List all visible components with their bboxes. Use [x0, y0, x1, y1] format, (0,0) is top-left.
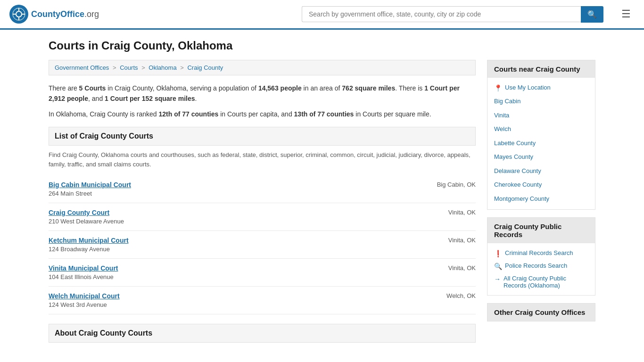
logo-org: .org: [84, 9, 99, 19]
court-row-3: Vinita Municipal Court 104 East Illinois…: [49, 264, 476, 280]
site-header: CountyOffice.org 🔍 ☰: [0, 0, 644, 30]
breadcrumb-oklahoma[interactable]: Oklahoma: [149, 64, 176, 71]
rank1: 12th of 77 counties: [158, 110, 218, 118]
sidebar-link-mayes[interactable]: Mayes County: [487, 150, 595, 164]
rank2: 13th of 77 counties: [294, 110, 354, 118]
use-my-location-link[interactable]: Use My Location: [505, 84, 551, 91]
court-address-3: 104 East Illinois Avenue: [49, 273, 114, 280]
location-icon: 📍: [494, 84, 502, 92]
courts-near-links: 📍 Use My Location Big Cabin Vinita Welch…: [487, 78, 595, 209]
intro-paragraph-1: There are 5 Courts in Craig County, Okla…: [49, 83, 476, 104]
court-info-1: Craig County Court 210 West Delaware Ave…: [49, 209, 124, 225]
criminal-icon: ❗: [494, 250, 502, 257]
intro-paragraph-2: In Oklahoma, Craig County is ranked 12th…: [49, 109, 476, 119]
court-row-2: Ketchum Municipal Court 124 Broadway Ave…: [49, 237, 476, 253]
police-records-item: 🔍 Police Records Search: [487, 260, 595, 272]
all-public-records-item: → All Craig County Public Records (Oklah…: [487, 272, 595, 291]
court-address-0: 264 Main Street: [49, 190, 92, 197]
court-name-2[interactable]: Ketchum Municipal Court: [49, 237, 129, 244]
sidebar-link-cherokee[interactable]: Cherokee County: [487, 178, 595, 192]
criminal-records-item: ❗ Criminal Records Search: [487, 247, 595, 260]
court-row-0: Big Cabin Municipal Court 264 Main Stree…: [49, 181, 476, 197]
logo-icon: [9, 5, 28, 24]
sidebar-link-big-cabin[interactable]: Big Cabin: [487, 94, 595, 108]
main-content: Government Offices > Courts > Oklahoma >…: [49, 60, 476, 343]
court-location-4: Welch, OK: [446, 292, 476, 299]
list-section-header: List of Craig County Courts: [49, 127, 476, 146]
about-section-header: About Craig County Courts: [49, 324, 476, 343]
court-location-0: Big Cabin, OK: [437, 181, 476, 188]
court-name-4[interactable]: Welch Municipal Court: [49, 292, 120, 300]
court-entry-0: Big Cabin Municipal Court 264 Main Stree…: [49, 175, 476, 203]
court-name-1[interactable]: Craig County Court: [49, 209, 124, 216]
court-entry-2: Ketchum Municipal Court 124 Broadway Ave…: [49, 231, 476, 259]
breadcrumb-sep-3: >: [180, 64, 185, 71]
breadcrumb-sep-1: >: [113, 64, 118, 71]
court-entry-3: Vinita Municipal Court 104 East Illinois…: [49, 259, 476, 287]
breadcrumb: Government Offices > Courts > Oklahoma >…: [49, 60, 476, 75]
court-name-0[interactable]: Big Cabin Municipal Court: [49, 181, 131, 189]
menu-button[interactable]: ☰: [618, 6, 635, 22]
other-offices-box: Other Craig County Offices: [487, 303, 595, 321]
all-public-records-link[interactable]: All Craig County Public Records (Oklahom…: [504, 275, 588, 289]
population: 14,563 people: [258, 84, 302, 92]
court-address-4: 124 West 3rd Avenue: [49, 301, 107, 308]
courts-count: 5 Courts: [79, 84, 106, 92]
court-row-4: Welch Municipal Court 124 West 3rd Avenu…: [49, 292, 476, 308]
breadcrumb-craig-county[interactable]: Craig County: [187, 64, 223, 71]
police-icon: 🔍: [494, 263, 502, 270]
main-layout: Government Offices > Courts > Oklahoma >…: [49, 60, 595, 343]
police-records-link[interactable]: Police Records Search: [505, 262, 567, 269]
sidebar-link-montgomery[interactable]: Montgomery County: [487, 192, 595, 206]
court-info-4: Welch Municipal Court 124 West 3rd Avenu…: [49, 292, 120, 308]
logo-county: County: [31, 9, 60, 19]
breadcrumb-sep-2: >: [141, 64, 147, 71]
sidebar-link-welch[interactable]: Welch: [487, 122, 595, 136]
logo-text: CountyOffice.org: [31, 9, 99, 19]
main-container: Courts in Craig County, Oklahoma Governm…: [39, 30, 605, 352]
court-info-2: Ketchum Municipal Court 124 Broadway Ave…: [49, 237, 129, 253]
breadcrumb-government-offices[interactable]: Government Offices: [55, 64, 109, 71]
court-per-sqmi: 1 Court per 152 square miles: [105, 95, 195, 102]
courts-near-header: Courts near Craig County: [487, 60, 595, 78]
public-records-box: Craig County Public Records ❗ Criminal R…: [487, 217, 595, 296]
public-records-header: Craig County Public Records: [487, 218, 595, 243]
court-address-2: 124 Broadway Avenue: [49, 246, 110, 253]
search-icon: 🔍: [587, 10, 597, 18]
other-offices-header: Other Craig County Offices: [487, 304, 595, 321]
court-info-0: Big Cabin Municipal Court 264 Main Stree…: [49, 181, 131, 197]
court-row-1: Craig County Court 210 West Delaware Ave…: [49, 209, 476, 225]
area: 762 square miles: [342, 84, 395, 92]
court-address-1: 210 West Delaware Avenue: [49, 218, 124, 225]
sidebar-link-vinita[interactable]: Vinita: [487, 108, 595, 123]
search-area: 🔍: [302, 6, 603, 23]
sidebar-link-labette[interactable]: Labette County: [487, 136, 595, 150]
sidebar-link-delaware[interactable]: Delaware County: [487, 164, 595, 178]
courts-near-box: Courts near Craig County 📍 Use My Locati…: [487, 60, 595, 210]
page-title: Courts in Craig County, Oklahoma: [49, 39, 595, 52]
court-location-3: Vinita, OK: [448, 264, 476, 272]
logo-link[interactable]: CountyOffice.org: [9, 5, 99, 24]
find-courts-text: Find Craig County, Oklahoma courts and c…: [49, 150, 476, 169]
use-my-location-item: 📍 Use My Location: [487, 82, 595, 94]
search-button[interactable]: 🔍: [581, 6, 603, 23]
courts-list: Big Cabin Municipal Court 264 Main Stree…: [49, 175, 476, 314]
search-input[interactable]: [302, 6, 581, 22]
breadcrumb-courts[interactable]: Courts: [120, 64, 138, 71]
court-name-3[interactable]: Vinita Municipal Court: [49, 264, 118, 272]
court-entry-4: Welch Municipal Court 124 West 3rd Avenu…: [49, 287, 476, 314]
criminal-records-link[interactable]: Criminal Records Search: [505, 249, 573, 256]
public-records-links: ❗ Criminal Records Search 🔍 Police Recor…: [487, 243, 595, 295]
court-entry-1: Craig County Court 210 West Delaware Ave…: [49, 203, 476, 231]
court-info-3: Vinita Municipal Court 104 East Illinois…: [49, 264, 118, 280]
sidebar: Courts near Craig County 📍 Use My Locati…: [487, 60, 595, 329]
court-location-1: Vinita, OK: [448, 209, 476, 216]
arrow-icon: →: [494, 275, 501, 283]
logo-office: Office: [60, 9, 84, 19]
menu-icon: ☰: [621, 8, 631, 20]
court-location-2: Vinita, OK: [448, 237, 476, 244]
